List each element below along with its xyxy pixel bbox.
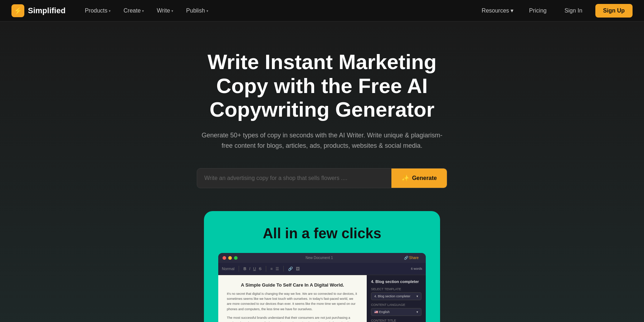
generate-label: Generate [412, 175, 437, 181]
chevron-down-icon: ▾ [416, 310, 418, 314]
nav-item-create[interactable]: Create ▾ [118, 5, 149, 17]
editor-article-text-2: The most successful brands understand th… [227, 315, 358, 322]
toolbar-separator [283, 266, 284, 272]
chevron-down-icon: ▾ [142, 9, 144, 13]
nav-item-resources[interactable]: Resources ▾ [477, 4, 518, 17]
window-maximize-dot [234, 256, 238, 260]
nav-item-pricing[interactable]: Pricing [524, 5, 552, 17]
nav-item-write[interactable]: Write ▾ [152, 5, 178, 17]
nav-signup-button[interactable]: Sign Up [595, 4, 633, 18]
nav-create-label: Create [123, 8, 141, 14]
editor-body: A Simple Guide To Self Care In A Digital… [218, 275, 426, 322]
demo-card-title: All in a few clicks [263, 225, 381, 241]
nav-resources-label: Resources [482, 8, 509, 14]
window-close-dot [223, 256, 226, 260]
nav-publish-label: Publish [186, 8, 205, 14]
toolbar-separator [266, 266, 266, 272]
navbar: ⚡ Simplified Products ▾ Create ▾ Write ▾… [0, 0, 644, 21]
toolbar-image[interactable]: 🖼 [296, 267, 300, 271]
nav-item-products[interactable]: Products ▾ [80, 5, 116, 17]
generate-button[interactable]: ✨ Generate [391, 169, 447, 188]
nav-write-label: Write [157, 8, 170, 14]
nav-signin-button[interactable]: Sign In [557, 5, 590, 17]
hero-title: Write Instant Marketing Copy with the Fr… [179, 50, 465, 122]
editor-article-title: A Simple Guide To Self Care In A Digital… [227, 282, 358, 288]
toolbar-list[interactable]: ☰ [275, 267, 279, 271]
nav-pricing-label: Pricing [529, 8, 547, 14]
toolbar-bold[interactable]: B [243, 267, 246, 271]
toolbar-link[interactable]: 🔗 [288, 267, 293, 271]
sidebar-title-label: CONTENT TITLE [371, 319, 421, 322]
chevron-down-icon: ▾ [109, 9, 111, 13]
editor-ai-sidebar: 4. Blog section completer SELECT TEMPLAT… [367, 275, 426, 322]
demo-screenshot: New Document 1 🔗 Share Normal B I U S ≡ … [218, 253, 426, 322]
nav-signin-label: Sign In [565, 8, 582, 14]
toolbar-underline[interactable]: U [253, 267, 256, 271]
window-minimize-dot [228, 256, 232, 260]
logo-icon: ⚡ [11, 4, 24, 17]
editor-article-text-1: It's no secret that digital is changing … [227, 291, 358, 312]
toolbar-align[interactable]: ≡ [270, 267, 273, 271]
nav-products-label: Products [85, 8, 107, 14]
toolbar-italic[interactable]: I [249, 267, 250, 271]
chevron-down-icon: ▾ [511, 7, 513, 14]
sidebar-template-dropdown[interactable]: 4. Blog section completer ▾ [371, 292, 421, 300]
toolbar-strikethrough[interactable]: S [259, 267, 261, 271]
search-input[interactable] [197, 169, 391, 187]
nav-item-publish[interactable]: Publish ▾ [181, 5, 213, 17]
sidebar-language-dropdown[interactable]: 🇺🇸 English ▾ [371, 308, 421, 316]
chevron-down-icon: ▾ [416, 294, 418, 298]
editor-toolbar: Normal B I U S ≡ ☰ 🔗 🖼 6 words [218, 263, 426, 275]
hero-section: Write Instant Marketing Copy with the Fr… [0, 21, 644, 322]
nav-links: Products ▾ Create ▾ Write ▾ Publish ▾ [80, 5, 477, 17]
generate-icon: ✨ [401, 174, 409, 182]
editor-main-area[interactable]: A Simple Guide To Self Care In A Digital… [218, 275, 367, 322]
chevron-down-icon: ▾ [206, 9, 208, 13]
logo-text: Simplified [28, 6, 65, 15]
toolbar-normal[interactable]: Normal [222, 267, 234, 271]
editor-doc-name: New Document 1 [240, 256, 399, 260]
toolbar-separator [239, 266, 239, 272]
sidebar-template-label: SELECT TEMPLATE [371, 287, 421, 291]
chevron-down-icon: ▾ [171, 9, 173, 13]
nav-right: Resources ▾ Pricing Sign In Sign Up [477, 4, 633, 18]
hero-subtitle: Generate 50+ types of copy in seconds wi… [200, 130, 444, 151]
sidebar-panel-title: 4. Blog section completer [371, 279, 421, 284]
toolbar-words: 6 words [411, 267, 422, 270]
logo-link[interactable]: ⚡ Simplified [11, 4, 65, 17]
demo-card: All in a few clicks New Document 1 🔗 Sha… [204, 211, 440, 322]
share-button[interactable]: 🔗 Share [401, 255, 421, 261]
sidebar-language-label: CONTENT LANGUAGE [371, 303, 421, 307]
search-bar: ✨ Generate [197, 168, 447, 188]
editor-titlebar: New Document 1 🔗 Share [218, 253, 426, 263]
